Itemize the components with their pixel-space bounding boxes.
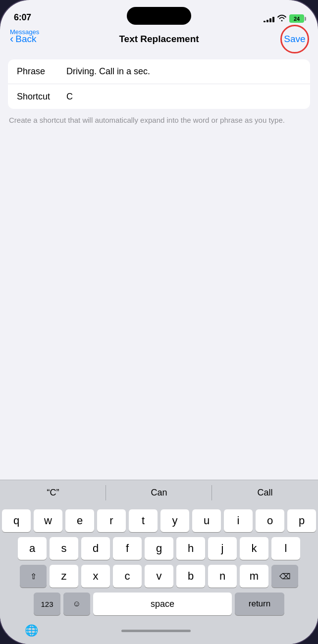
messages-back-label: Messages <box>10 28 39 36</box>
key-k[interactable]: k <box>240 537 268 560</box>
form-card: Phrase Driving. Call in a sec. Shortcut <box>8 59 310 109</box>
key-b[interactable]: b <box>176 565 205 588</box>
bottom-bar: 🌐 <box>0 617 318 644</box>
signal-icon <box>264 15 274 22</box>
key-row-3: ⇧ z x c v b n m ⌫ <box>2 565 316 588</box>
key-e[interactable]: e <box>65 509 94 532</box>
key-m[interactable]: m <box>240 565 268 588</box>
content-area: Phrase Driving. Call in a sec. Shortcut … <box>0 51 318 644</box>
key-t[interactable]: t <box>129 509 158 532</box>
key-i[interactable]: i <box>224 509 253 532</box>
dynamic-island <box>127 7 191 25</box>
key-j[interactable]: j <box>208 537 237 560</box>
suggestion-call[interactable]: Call <box>212 480 318 505</box>
shortcut-label: Shortcut <box>17 92 66 102</box>
keyboard: q w e r t y u i o p a s <box>0 505 318 617</box>
numbers-key[interactable]: 123 <box>34 593 60 615</box>
return-key[interactable]: return <box>235 593 284 615</box>
key-l[interactable]: l <box>271 537 300 560</box>
suggestion-c[interactable]: “C” <box>0 480 106 505</box>
key-v[interactable]: v <box>145 565 173 588</box>
key-row-1: q w e r t y u i o p <box>2 509 316 532</box>
save-button[interactable]: Save <box>280 25 309 53</box>
key-n[interactable]: n <box>208 565 237 588</box>
key-x[interactable]: x <box>81 565 110 588</box>
key-o[interactable]: o <box>256 509 284 532</box>
hint-text: Create a shortcut that will automaticall… <box>0 109 318 132</box>
page-title: Text Replacement <box>119 34 199 45</box>
wifi-icon <box>277 14 286 23</box>
key-f[interactable]: f <box>113 537 142 560</box>
phone-screen: 6:07 24 <box>0 0 318 644</box>
phrase-row: Phrase Driving. Call in a sec. <box>8 59 310 84</box>
save-button-container: Save <box>280 25 309 53</box>
key-row-4: 123 ☺ space return <box>2 593 316 615</box>
globe-icon[interactable]: 🌐 <box>25 624 38 637</box>
shortcut-row: Shortcut <box>8 84 310 109</box>
key-d[interactable]: d <box>81 537 110 560</box>
key-a[interactable]: a <box>18 537 47 560</box>
status-icons: 24 <box>264 14 304 23</box>
key-u[interactable]: u <box>192 509 221 532</box>
phone-frame: 6:07 24 <box>0 0 318 644</box>
nav-bar: Messages ‹ Back Text Replacement Save <box>0 27 318 51</box>
battery-icon: 24 <box>289 14 304 23</box>
content-spacer <box>0 132 318 480</box>
key-w[interactable]: w <box>34 509 62 532</box>
phrase-label: Phrase <box>17 66 66 77</box>
suggestions-bar: “C” Can Call <box>0 480 318 505</box>
key-g[interactable]: g <box>145 537 173 560</box>
space-key[interactable]: space <box>93 593 232 615</box>
keyboard-area: “C” Can Call q w e <box>0 480 318 644</box>
key-c[interactable]: c <box>113 565 142 588</box>
key-z[interactable]: z <box>50 565 78 588</box>
key-q[interactable]: q <box>2 509 31 532</box>
emoji-key[interactable]: ☺ <box>63 593 90 615</box>
status-time: 6:07 <box>14 12 31 23</box>
delete-key[interactable]: ⌫ <box>271 565 298 588</box>
shortcut-input[interactable] <box>66 92 301 102</box>
key-p[interactable]: p <box>287 509 316 532</box>
key-row-2: a s d f g h j k l <box>2 537 316 560</box>
key-r[interactable]: r <box>97 509 126 532</box>
key-h[interactable]: h <box>176 537 205 560</box>
suggestion-can[interactable]: Can <box>106 480 212 505</box>
key-y[interactable]: y <box>160 509 189 532</box>
home-indicator <box>121 630 191 632</box>
key-s[interactable]: s <box>50 537 78 560</box>
phrase-value: Driving. Call in a sec. <box>66 66 301 77</box>
shift-key[interactable]: ⇧ <box>20 565 47 588</box>
